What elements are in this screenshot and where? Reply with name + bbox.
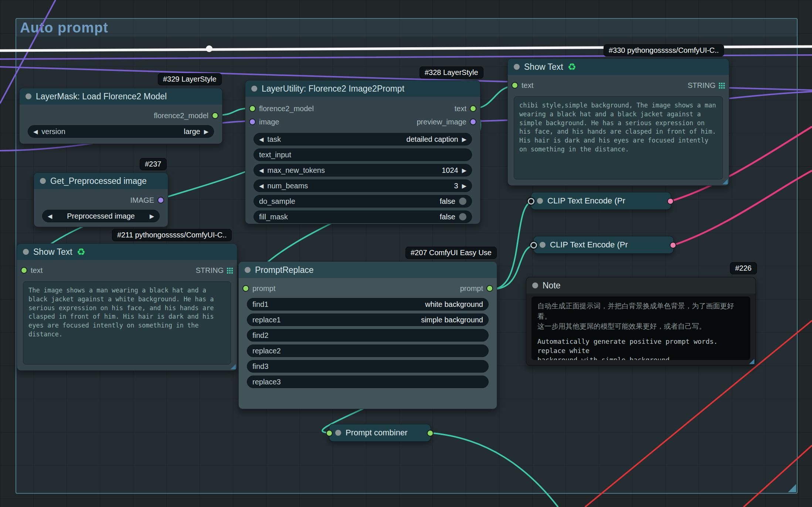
clip2-output-slot[interactable] [670,242,676,249]
output-label-florence2-model: florence2_model [154,112,208,120]
node-status-dot [245,267,251,273]
refresh-icon: ♻ [77,247,85,257]
node-title: CLIP Text Encode (Pr [547,196,625,206]
string-grid-icon [227,267,233,274]
badge-node-329: #329 LayerStyle [158,73,222,85]
resize-handle[interactable] [723,179,728,184]
node-show-text-211[interactable]: Show Text ♻ text STRING The image shows … [17,243,237,371]
node-note-titlebar[interactable]: Note [526,277,755,294]
slot-row: IMAGE [38,193,164,207]
output-slot-prompt[interactable] [486,285,493,292]
combo-left-arrow-icon[interactable]: ◀ [259,182,264,189]
node-title: CLIP Text Encode (Pr [550,240,628,250]
slot-row: florence2_model [23,109,218,122]
fill-mask-toggle[interactable]: fill_mask false [254,210,472,223]
task-combo-widget[interactable]: ◀ task detailed caption ▶ [254,133,472,145]
slot-row: prompt prompt [242,282,493,295]
slot-row: image preview_image [249,115,476,129]
node-show-text-211-titlebar[interactable]: Show Text ♻ [17,244,237,260]
show-text-211-content: The image shows a man wearing a black ha… [23,281,231,364]
show-text-330-content: chibi style,simple background, The image… [514,96,723,179]
combo-right-arrow-icon[interactable]: ▶ [204,128,208,135]
find2-input[interactable]: find2 [247,329,489,342]
toggle-dot[interactable] [459,213,466,220]
node-show-text-330-titlebar[interactable]: Show Text ♻ [508,59,729,75]
node-status-dot [26,93,31,99]
badge-node-328: #328 LayerStyle [419,66,483,79]
preprocessed-image-combo[interactable]: ◀ Preprocessed image ▶ [42,210,160,222]
node-get-preprocessed-image[interactable]: Get_Preprocessed image IMAGE ◀ Preproces… [34,172,168,227]
combo-left-arrow-icon[interactable]: ◀ [33,128,38,135]
input-slot-image[interactable] [249,119,256,125]
output-slot-preview-image[interactable] [470,119,476,125]
combiner-output-slot[interactable] [427,430,434,436]
node-status-dot [251,86,257,92]
slot-row: text STRING [21,264,233,277]
group-titlebar[interactable]: Auto prompt [16,19,797,37]
node-title: LayerUtility: Florence2 Image2Prompt [262,84,404,94]
node-show-text-330[interactable]: Show Text ♻ text STRING chibi style,simp… [507,58,729,186]
group-resize-handle[interactable] [788,484,796,492]
node-load-florence2-titlebar[interactable]: LayerMask: Load Florence2 Model [20,88,222,105]
node-clip-text-encode-2[interactable]: CLIP Text Encode (Pr [533,236,674,254]
resize-handle[interactable] [231,364,236,369]
input-slot-prompt[interactable] [242,285,249,292]
combo-right-arrow-icon[interactable]: ▶ [462,167,466,174]
find1-input[interactable]: find1 white background [247,298,489,311]
node-florence2-titlebar[interactable]: LayerUtility: Florence2 Image2Prompt [245,80,480,97]
do-sample-toggle[interactable]: do_sample false [254,195,472,208]
text-input-widget[interactable]: text_input [254,148,472,161]
toggle-dot[interactable] [459,198,466,205]
node-prompt-replace-titlebar[interactable]: PromptReplace [239,262,497,278]
note-english-text: Automatically generate positive prompt w… [537,337,744,360]
node-get-preprocessed-titlebar[interactable]: Get_Preprocessed image [34,173,168,189]
max-new-tokens-widget[interactable]: ◀ max_new_tokens 1024 ▶ [254,164,472,177]
find3-input[interactable]: find3 [247,360,489,373]
node-title: LayerMask: Load Florence2 Model [36,92,167,102]
node-prompt-replace[interactable]: PromptReplace prompt prompt find1 white … [238,261,497,409]
combo-left-arrow-icon[interactable]: ◀ [259,136,264,143]
node-title: PromptReplace [255,265,314,275]
input-slot-text[interactable] [512,82,518,89]
replace1-input[interactable]: replace1 simple background [247,314,489,326]
input-slot-text[interactable] [21,267,27,274]
output-slot-text[interactable] [470,105,476,112]
badge-node-211: #211 pythongosssss/ComfyUI-C.. [112,229,232,241]
combiner-input-slot[interactable] [326,430,333,436]
badge-node-330: #330 pythongosssss/ComfyUI-C.. [604,44,724,56]
badge-node-207: #207 ComfyUI Easy Use [405,247,497,259]
refresh-icon: ♻ [568,62,576,72]
resize-handle[interactable] [749,359,754,364]
node-title: Get_Preprocessed image [50,176,147,186]
combo-left-arrow-icon[interactable]: ◀ [259,167,264,174]
node-note[interactable]: Note 自动生成正面提示词，并把白背景换成单色背景，为了画面更好看。 这一步用… [526,277,756,366]
num-beams-widget[interactable]: ◀ num_beams 3 ▶ [254,179,472,192]
node-prompt-combiner[interactable]: Prompt combiner [329,424,431,442]
node-title: Show Text [524,62,563,72]
node-florence2-image2prompt[interactable]: LayerUtility: Florence2 Image2Prompt flo… [245,80,480,224]
group-title: Auto prompt [20,20,108,36]
combo-right-arrow-icon[interactable]: ▶ [462,136,466,143]
replace3-input[interactable]: replace3 [247,376,489,388]
note-content: 自动生成正面提示词，并把白背景换成单色背景，为了画面更好看。 这一步用其他更屌的… [531,297,750,360]
combo-left-arrow-icon[interactable]: ◀ [48,213,52,220]
node-status-dot [40,178,46,184]
node-load-florence2-model[interactable]: LayerMask: Load Florence2 Model florence… [19,88,222,144]
badge-node-237: #237 [140,158,167,170]
node-status-dot [540,242,546,248]
node-status-dot [532,282,538,288]
clip2-input-slot[interactable] [530,242,537,249]
version-combo-widget[interactable]: ◀ version large ▶ [28,125,214,138]
replace2-input[interactable]: replace2 [247,345,489,357]
output-slot-image[interactable] [157,197,164,203]
node-title: Prompt combiner [346,428,408,438]
combo-right-arrow-icon[interactable]: ▶ [462,182,466,189]
input-slot-florence2-model[interactable] [249,105,256,112]
node-status-dot [23,249,29,255]
combo-right-arrow-icon[interactable]: ▶ [150,213,154,220]
node-graph-canvas[interactable]: Auto prompt LayerMask: Load Florence2 Mo… [0,0,812,507]
clip1-output-slot[interactable] [667,198,674,205]
clip1-input-slot[interactable] [528,198,534,205]
output-slot-florence2-model[interactable] [212,112,218,119]
node-clip-text-encode-1[interactable]: CLIP Text Encode (Pr [531,192,671,210]
